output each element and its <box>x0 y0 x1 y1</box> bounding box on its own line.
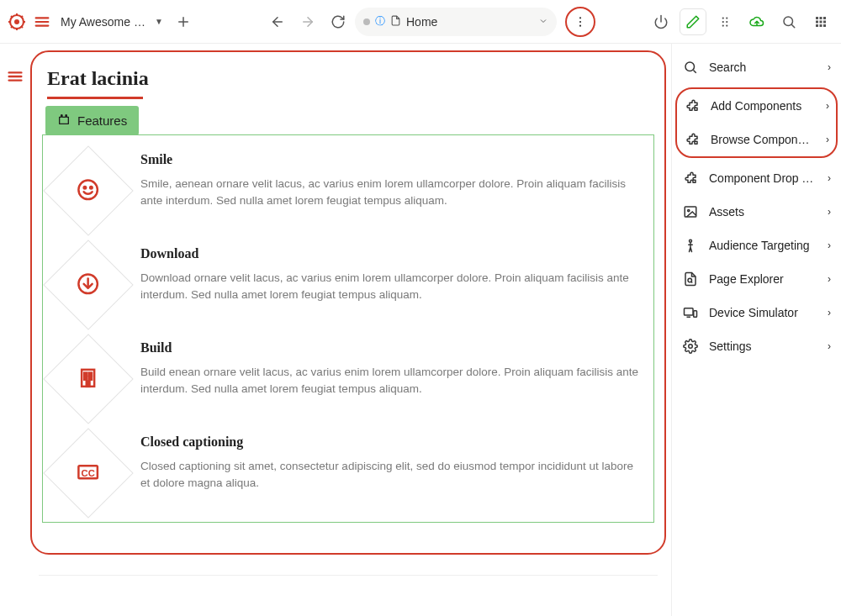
building-icon <box>76 366 101 393</box>
svg-point-35 <box>91 187 93 189</box>
features-component-chip[interactable]: Features <box>45 106 139 135</box>
svg-text:CC: CC <box>82 468 95 478</box>
search-icon <box>682 59 699 76</box>
puzzle-icon <box>57 113 71 129</box>
devices-icon <box>682 304 699 321</box>
feature-title: Download <box>140 246 640 261</box>
power-button[interactable] <box>648 8 674 35</box>
panel-item-label: Audience Targeting <box>709 239 817 252</box>
drag-handle-icon[interactable] <box>711 8 738 35</box>
chevron-right-icon: › <box>828 340 831 352</box>
svg-rect-23 <box>823 17 826 19</box>
panel-item-label: Assets <box>709 205 817 218</box>
chevron-right-icon: › <box>828 240 831 251</box>
editor-canvas: Erat lacinia Features Smile <box>30 50 666 555</box>
svg-rect-21 <box>816 17 818 19</box>
panel-item-audience[interactable]: Audience Targeting › <box>675 229 838 262</box>
panel-item-search[interactable]: Search › <box>675 50 838 84</box>
feature-row: CC Closed captioning Closed captioning s… <box>46 423 650 517</box>
svg-rect-26 <box>823 20 826 23</box>
panel-item-device-simulator[interactable]: Device Simulator › <box>675 296 838 329</box>
feature-desc: Closed captioning sit amet, consectetur … <box>140 458 640 492</box>
chevron-right-icon: › <box>826 134 829 145</box>
chevron-right-icon: › <box>826 100 829 112</box>
svg-point-9 <box>579 17 581 18</box>
panel-item-page-explorer[interactable]: Page Explorer › <box>675 262 838 296</box>
app-logo <box>7 12 27 32</box>
gear-icon <box>682 338 699 355</box>
svg-rect-24 <box>816 20 818 23</box>
svg-point-34 <box>84 187 87 189</box>
svg-rect-41 <box>85 376 87 379</box>
svg-rect-39 <box>85 372 87 375</box>
file-search-icon <box>682 271 699 287</box>
svg-rect-27 <box>816 24 818 27</box>
svg-point-1 <box>14 19 19 24</box>
panel-item-label: Search <box>709 61 817 74</box>
svg-rect-42 <box>89 376 92 379</box>
reload-button[interactable] <box>325 8 352 35</box>
right-panel: Search › Add Components › Browse Compone… <box>671 44 841 616</box>
svg-point-10 <box>579 20 581 22</box>
feature-title: Closed captioning <box>140 434 640 450</box>
image-icon <box>682 203 699 220</box>
person-icon <box>682 237 699 254</box>
smile-icon <box>76 177 101 205</box>
feature-icon-frame: CC <box>43 428 133 518</box>
svg-point-14 <box>726 17 727 18</box>
svg-point-17 <box>722 24 724 26</box>
panel-item-label: Page Explorer <box>709 272 817 286</box>
address-page-name: Home <box>406 15 533 29</box>
page-icon <box>390 15 401 29</box>
svg-rect-40 <box>89 372 92 375</box>
panel-item-label: Browse Components <box>711 133 816 146</box>
svg-line-47 <box>693 70 696 72</box>
svg-point-50 <box>690 240 692 242</box>
search-button[interactable] <box>775 8 802 35</box>
chevron-right-icon: › <box>828 172 831 184</box>
main-menu-icon[interactable] <box>30 10 54 34</box>
project-selector[interactable]: My Awesome E… ▼ <box>57 15 167 29</box>
svg-rect-28 <box>820 24 822 27</box>
panel-item-label: Settings <box>709 340 817 353</box>
svg-point-56 <box>689 345 693 349</box>
top-toolbar: My Awesome E… ▼ ⓘ Home <box>0 0 841 44</box>
page-title: Erat lacinia <box>42 67 654 97</box>
add-button[interactable] <box>170 8 197 35</box>
status-dot-icon <box>363 18 370 25</box>
chevron-right-icon: › <box>828 307 831 319</box>
feature-desc: Build enean ornare velit lacus, ac variu… <box>140 364 640 398</box>
left-gutter <box>0 44 30 616</box>
info-icon: ⓘ <box>375 14 385 29</box>
chevron-right-icon: › <box>828 206 831 218</box>
features-chip-label: Features <box>77 113 127 128</box>
panel-item-drop-target[interactable]: Component Drop Ta… › <box>675 161 838 195</box>
panel-item-browse-components[interactable]: Browse Components › <box>677 123 836 156</box>
extension-icon <box>684 131 701 148</box>
svg-rect-25 <box>820 20 822 23</box>
panel-item-settings[interactable]: Settings › <box>675 329 838 363</box>
svg-point-19 <box>784 17 793 26</box>
caret-down-icon: ▼ <box>155 17 163 26</box>
svg-point-15 <box>722 20 724 22</box>
svg-point-18 <box>726 24 727 26</box>
address-bar[interactable]: ⓘ Home <box>355 8 557 36</box>
feature-icon-frame <box>43 334 133 424</box>
edit-mode-button[interactable] <box>680 8 706 35</box>
chevron-right-icon: › <box>828 273 831 285</box>
nav-forward-button[interactable] <box>294 8 321 35</box>
feature-row: Download Download ornare velit lacus, ac… <box>46 234 650 329</box>
panel-item-assets[interactable]: Assets › <box>675 195 838 229</box>
panel-item-label: Add Components <box>711 99 816 113</box>
more-options-button[interactable] <box>565 7 595 37</box>
cloud-upload-button[interactable] <box>743 8 770 35</box>
feature-row: Smile Smile, aenean ornare velit lacus, … <box>46 140 650 234</box>
apps-grid-button[interactable] <box>807 8 834 35</box>
svg-rect-29 <box>823 24 826 27</box>
canvas-menu-icon[interactable] <box>6 67 24 616</box>
panel-item-add-components[interactable]: Add Components › <box>677 89 836 123</box>
closed-captioning-icon: CC <box>76 460 101 487</box>
nav-back-button[interactable] <box>264 8 291 35</box>
feature-icon-frame <box>43 240 133 329</box>
panel-item-label: Component Drop Ta… <box>709 171 817 185</box>
